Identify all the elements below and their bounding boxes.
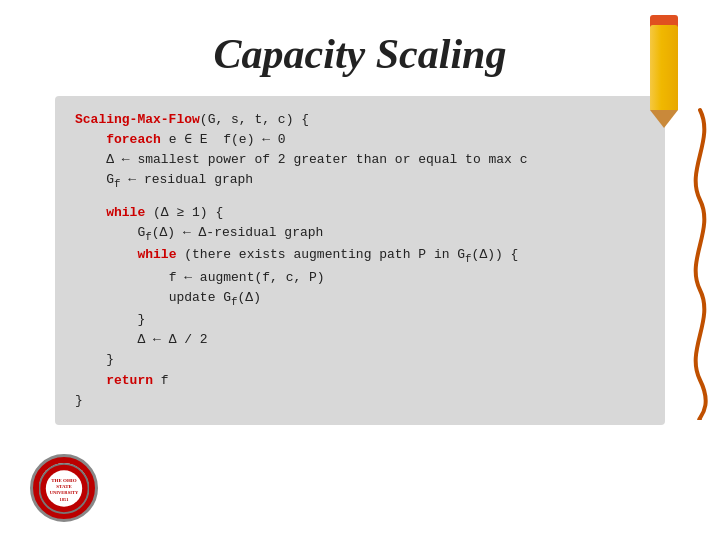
keyword-while-2: while	[137, 247, 176, 262]
code-line-1: Scaling-Max-Flow(G, s, t, c) {	[75, 110, 645, 130]
code-line-10: }	[75, 310, 645, 330]
code-line-7: while (there exists augmenting path P in…	[75, 245, 645, 267]
code-line-12: }	[75, 350, 645, 370]
code-line-2: foreach e ∈ E f(e) ← 0	[75, 130, 645, 150]
svg-text:THE OHIO: THE OHIO	[51, 477, 77, 482]
code-line-8: f ← augment(f, c, P)	[75, 268, 645, 288]
code-line-5: while (Δ ≥ 1) {	[75, 203, 645, 223]
code-line-14: }	[75, 391, 645, 411]
logo-svg: THE OHIO STATE UNIVERSITY 1851	[39, 461, 89, 516]
code-line-4: Gf ← residual graph	[75, 170, 645, 192]
squiggle-decoration	[680, 100, 720, 420]
code-line-3: Δ ← smallest power of 2 greater than or …	[75, 150, 645, 170]
code-line-13: return f	[75, 371, 645, 391]
keyword-return: return	[106, 373, 153, 388]
blank-line-1	[75, 193, 645, 203]
svg-text:1851: 1851	[59, 496, 69, 501]
keyword-foreach: foreach	[106, 132, 161, 147]
code-block: Scaling-Max-Flow(G, s, t, c) { foreach e…	[55, 96, 665, 425]
pencil-tip	[650, 110, 678, 128]
pencil-body	[650, 25, 678, 110]
code-line-11: Δ ← Δ / 2	[75, 330, 645, 350]
svg-text:STATE: STATE	[56, 484, 72, 489]
university-logo: THE OHIO STATE UNIVERSITY 1851	[30, 454, 98, 522]
code-line-9: update Gf(Δ)	[75, 288, 645, 310]
keyword-scaling: Scaling-Max-Flow	[75, 112, 200, 127]
page-title: Capacity Scaling	[0, 0, 720, 96]
keyword-while-1: while	[106, 205, 145, 220]
code-line-6: Gf(Δ) ← Δ-residual graph	[75, 223, 645, 245]
svg-text:UNIVERSITY: UNIVERSITY	[50, 490, 79, 495]
